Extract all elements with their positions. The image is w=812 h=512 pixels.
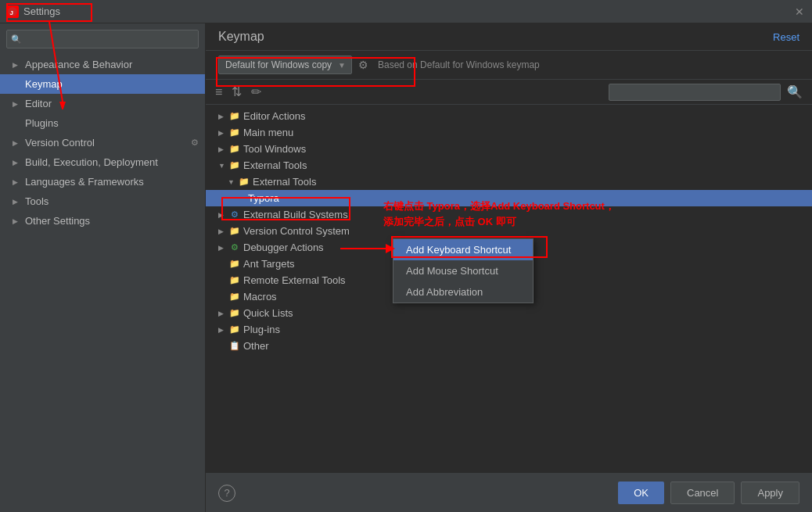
- sidebar-item-keymap[interactable]: Keymap: [0, 74, 205, 94]
- sidebar-item-appearance[interactable]: ▶ Appearance & Behavior: [0, 55, 205, 74]
- gear-icon: ⚙: [229, 242, 240, 253]
- tree-item-typora[interactable]: Typora: [206, 190, 812, 206]
- gear-button[interactable]: ⚙: [358, 59, 368, 71]
- folder-icon: 📁: [229, 324, 240, 335]
- tree-item-editor-actions[interactable]: ▶ 📁 Editor Actions: [206, 108, 812, 124]
- filter-left: ≡ ⇅ ✏: [212, 83, 264, 101]
- sidebar-item-label: Other Settings: [25, 215, 199, 227]
- window-title: Settings: [23, 5, 60, 17]
- title-bar: J Settings ✕: [0, 0, 812, 23]
- sidebar-item-plugins[interactable]: Plugins: [0, 113, 205, 133]
- sidebar-item-label: Appearance & Behavior: [25, 59, 199, 70]
- arrow-icon: ▶: [218, 211, 226, 219]
- arrow-icon: ▶: [218, 129, 226, 137]
- context-menu-item-add-abbreviation[interactable]: Add Abbreviation: [393, 281, 533, 303]
- settings-icon: ⚙: [191, 138, 199, 148]
- arrow-icon: ▶: [218, 310, 226, 317]
- sidebar-item-label: Plugins: [25, 117, 199, 129]
- search-icon: 🔍: [11, 34, 22, 45]
- edit-button[interactable]: ✏: [248, 83, 264, 101]
- expand-all-button[interactable]: ⇅: [228, 83, 245, 101]
- collapse-all-button[interactable]: ≡: [212, 84, 225, 101]
- arrow-icon: ▶: [13, 198, 20, 206]
- tree-item-label: Remote External Tools: [243, 274, 346, 286]
- sidebar-item-othersettings[interactable]: ▶ Other Settings: [0, 211, 205, 231]
- folder-icon: 📁: [229, 127, 240, 138]
- sidebar-item-build[interactable]: ▶ Build, Execution, Deployment: [0, 152, 205, 172]
- tree-item-external-tools-parent[interactable]: ▼ 📁 External Tools: [206, 157, 812, 174]
- sidebar-item-tools[interactable]: ▶ Tools: [0, 192, 205, 211]
- tree-item-label: External Tools: [253, 176, 316, 188]
- tree-item-version-control-system[interactable]: ▶ 📁 Version Control System: [206, 223, 812, 239]
- tree-item-plug-ins[interactable]: ▶ 📁 Plug-ins: [206, 321, 812, 338]
- apply-button[interactable]: Apply: [741, 482, 799, 504]
- app-icon: J: [6, 5, 19, 18]
- keymap-title: Keymap: [218, 30, 264, 44]
- arrow-icon: ▶: [218, 244, 226, 252]
- ok-button[interactable]: OK: [618, 482, 664, 504]
- folder-icon: 📁: [229, 144, 240, 155]
- folder-icon: 📁: [229, 308, 240, 319]
- sidebar-item-label: Version Control: [25, 137, 186, 149]
- bottom-left: ?: [218, 485, 235, 502]
- bottom-right: OK Cancel Apply: [618, 482, 799, 504]
- sidebar-item-label: Build, Execution, Deployment: [25, 156, 199, 168]
- reset-button[interactable]: Reset: [773, 31, 799, 43]
- search-shortcut-button[interactable]: 🔍: [784, 83, 806, 101]
- context-menu-item-add-keyboard[interactable]: Add Keyboard Shortcut: [393, 239, 533, 260]
- arrow-icon: ▶: [13, 61, 20, 69]
- sidebar-item-versioncontrol[interactable]: ▶ Version Control ⚙: [0, 133, 205, 152]
- sidebar-item-label: Tools: [25, 195, 199, 207]
- folder-icon: 📁: [229, 259, 240, 270]
- sidebar-item-editor[interactable]: ▶ Editor: [0, 94, 205, 113]
- tree-item-label: Ant Targets: [243, 258, 295, 270]
- keymap-select-wrapper: Default for Windows copy Default for Win…: [218, 55, 352, 74]
- keymap-hint: Based on Default for Windows keymap: [378, 59, 540, 70]
- arrow-icon: ▶: [218, 326, 226, 334]
- tree-item-other[interactable]: 📋 Other: [206, 338, 812, 354]
- tree-item-external-tools-child[interactable]: ▼ 📁 External Tools: [206, 174, 812, 190]
- tree-item-label: Plug-ins: [243, 324, 280, 335]
- arrow-icon: ▶: [218, 227, 226, 235]
- filter-right: 🔍: [609, 83, 806, 101]
- tree-item-main-menu[interactable]: ▶ 📁 Main menu: [206, 124, 812, 141]
- arrow-icon: ▶: [13, 100, 20, 108]
- arrow-icon: ▶: [218, 145, 226, 153]
- cancel-button[interactable]: Cancel: [670, 482, 735, 504]
- sidebar-item-label: Languages & Frameworks: [25, 176, 199, 188]
- tree-item-external-build[interactable]: ▶ ⚙ External Build Systems: [206, 206, 812, 223]
- tree-item-label: External Tools: [243, 159, 307, 171]
- tree-item-label: Typora: [248, 192, 279, 204]
- context-menu-item-add-mouse[interactable]: Add Mouse Shortcut: [393, 260, 533, 281]
- title-bar-left: J Settings: [6, 5, 60, 18]
- keymap-select[interactable]: Default for Windows copy Default for Win…: [218, 55, 352, 74]
- folder-icon: 📋: [229, 341, 240, 352]
- sidebar-item-label: Keymap: [25, 78, 199, 90]
- tree-item-label: Debugger Actions: [243, 242, 324, 253]
- keymap-toolbar: Default for Windows copy Default for Win…: [206, 51, 812, 80]
- folder-icon: 📁: [239, 177, 250, 188]
- folder-icon: 📁: [229, 160, 240, 171]
- close-button[interactable]: ✕: [793, 5, 806, 18]
- arrow-icon: ▶: [13, 217, 20, 225]
- tree-item-label: External Build Systems: [243, 209, 348, 220]
- tree-item-label: Quick Lists: [243, 307, 293, 319]
- filter-toolbar: ≡ ⇅ ✏ 🔍: [206, 80, 812, 105]
- arrow-icon: ▶: [13, 159, 20, 166]
- keymap-header: Keymap Reset: [206, 23, 812, 51]
- tree-item-label: Tool Windows: [243, 143, 306, 155]
- sidebar-search-input[interactable]: [6, 30, 199, 48]
- tree-item-label: Editor Actions: [243, 110, 306, 122]
- sidebar: 🔍 ▶ Appearance & Behavior Keymap ▶ Edito…: [0, 23, 206, 512]
- arrow-icon: ▶: [13, 139, 20, 147]
- folder-icon: 📁: [229, 275, 240, 286]
- context-menu: Add Keyboard Shortcut Add Mouse Shortcut…: [393, 238, 534, 303]
- arrow-icon: ▶: [13, 178, 20, 186]
- bottom-bar: ? OK Cancel Apply: [206, 473, 812, 512]
- help-button[interactable]: ?: [218, 485, 235, 502]
- tree-item-tool-windows[interactable]: ▶ 📁 Tool Windows: [206, 141, 812, 157]
- tree-item-quick-lists[interactable]: ▶ 📁 Quick Lists: [206, 305, 812, 321]
- keymap-search-input[interactable]: [609, 84, 781, 101]
- search-box: 🔍: [6, 30, 199, 48]
- sidebar-item-languages[interactable]: ▶ Languages & Frameworks: [0, 172, 205, 192]
